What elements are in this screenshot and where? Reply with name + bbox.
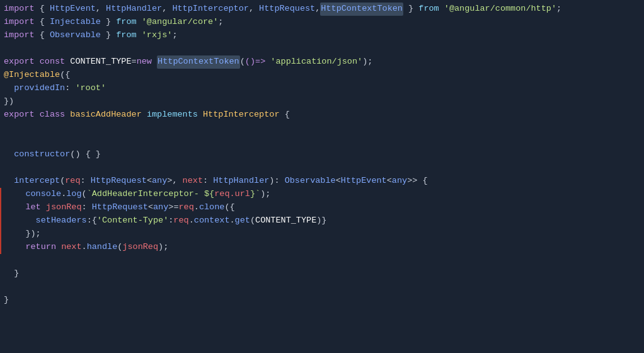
code-editor: import { HttpEvent, HttpHandler, HttpInt… — [0, 0, 644, 353]
code-line: import { HttpEvent, HttpHandler, HttpInt… — [0, 3, 644, 16]
token-plain — [56, 241, 61, 254]
token-plain: , — [96, 3, 106, 16]
token-type: HttpHandler — [106, 3, 162, 16]
token-string: '@angular/core' — [142, 16, 219, 29]
token-kw: const — [40, 55, 66, 69]
token-kw: export — [4, 108, 35, 122]
token-type: Observable — [285, 175, 336, 188]
token-fn: handle — [87, 241, 118, 254]
token-kw: let — [25, 201, 40, 214]
token-plain: } — [101, 29, 116, 42]
token-type: HttpEvent — [50, 3, 96, 16]
code-line: export class basicAddHeader implements H… — [0, 108, 644, 122]
token-plain — [5, 241, 25, 254]
token-plain — [65, 55, 70, 69]
token-plain: : — [168, 214, 173, 228]
token-var-name: req — [65, 175, 80, 188]
code-line: }); — [0, 228, 644, 241]
token-plain: ); — [362, 55, 372, 69]
token-plain — [137, 16, 142, 29]
code-line: } — [0, 294, 644, 307]
token-plain: () { } — [70, 148, 101, 161]
token-decorator: @Injectable — [4, 69, 60, 82]
token-type: HttpHandler — [213, 175, 269, 188]
token-plain: , — [162, 3, 172, 16]
code-line: constructor() { } — [0, 148, 644, 161]
token-plain — [41, 201, 46, 214]
token-type: Observable — [50, 29, 101, 42]
token-prop: providedIn — [14, 82, 65, 95]
token-var-name: req — [179, 201, 194, 214]
token-plain — [35, 55, 40, 69]
code-line — [0, 122, 644, 135]
token-fn: console — [25, 188, 61, 201]
token-plain: : — [65, 82, 75, 95]
code-line — [0, 42, 644, 55]
token-type-highlight: HttpContextToken — [320, 3, 403, 16]
token-plain: { — [35, 29, 50, 42]
token-plain: ; — [556, 3, 561, 16]
token-plain — [4, 82, 14, 95]
token-kw: class — [40, 108, 66, 122]
code-line: return next.handle(jsonReq); — [0, 241, 644, 254]
token-plain: . — [82, 241, 87, 254]
token-plain: ); — [260, 188, 270, 201]
token-ident: CONTENT_TYPE — [255, 214, 316, 228]
code-line: intercept(req: HttpRequest<any>, next: H… — [0, 175, 644, 188]
token-plain: ( — [60, 175, 65, 188]
token-var-name: jsonReq — [122, 241, 158, 254]
token-plain: ( — [250, 214, 255, 228]
token-template: `AddHeaderInterceptor- ${ — [87, 188, 215, 201]
token-plain: , — [315, 3, 320, 16]
code-line: }) — [0, 95, 644, 108]
token-fn: clone — [199, 201, 225, 214]
token-plain: ); — [158, 241, 168, 254]
token-type: HttpRequest — [92, 201, 148, 214]
token-kw2: from — [116, 16, 136, 29]
token-plain — [4, 175, 14, 188]
token-plain: : — [82, 201, 92, 214]
token-plain: { — [280, 108, 290, 122]
token-plain: . — [230, 214, 235, 228]
token-plain: ( — [117, 241, 122, 254]
code-line: setHeaders:{'Content-Type':req.context.g… — [0, 214, 644, 228]
token-var-name: next — [183, 175, 203, 188]
token-plain: ( — [82, 188, 87, 201]
token-interface: HttpInterceptor — [203, 108, 280, 122]
token-fn: intercept — [14, 175, 60, 188]
token-kw: import — [4, 3, 35, 16]
token-plain: < — [148, 201, 153, 214]
token-template: }` — [250, 188, 260, 201]
token-kw2: from — [116, 29, 136, 42]
code-line: console.log(`AddHeaderInterceptor- ${req… — [0, 188, 644, 201]
token-fn: log — [66, 188, 81, 201]
token-kw: return — [25, 241, 56, 254]
token-string: 'application/json' — [270, 55, 362, 69]
token-plain: }) — [4, 95, 14, 108]
code-line: } — [0, 267, 644, 281]
token-fn: constructor — [14, 148, 70, 161]
token-type-highlight: HttpContextToken — [157, 55, 240, 69]
token-arrow: ()=> — [245, 55, 265, 69]
token-fn: get — [235, 214, 250, 228]
token-plain — [152, 55, 157, 69]
token-plain: }); — [5, 228, 41, 241]
token-plain — [35, 108, 40, 122]
token-string: 'rxjs' — [142, 29, 173, 42]
code-line: import { Injectable } from '@angular/cor… — [0, 16, 644, 29]
token-class-name: basicAddHeader — [70, 108, 141, 122]
token-prop: setHeaders — [36, 214, 87, 228]
token-plain: } — [4, 267, 19, 281]
token-type: HttpRequest — [91, 175, 147, 188]
token-type: HttpEvent — [341, 175, 387, 188]
token-kw2: implements — [147, 108, 198, 122]
token-plain: ({ — [60, 69, 70, 82]
token-plain — [137, 29, 142, 42]
token-type: any — [152, 175, 167, 188]
token-type: HttpInterceptor — [172, 3, 249, 16]
token-plain — [265, 55, 270, 69]
token-plain: >= — [168, 201, 178, 214]
token-plain: < — [336, 175, 341, 188]
code-line — [0, 161, 644, 175]
token-var-name: req — [173, 214, 188, 228]
